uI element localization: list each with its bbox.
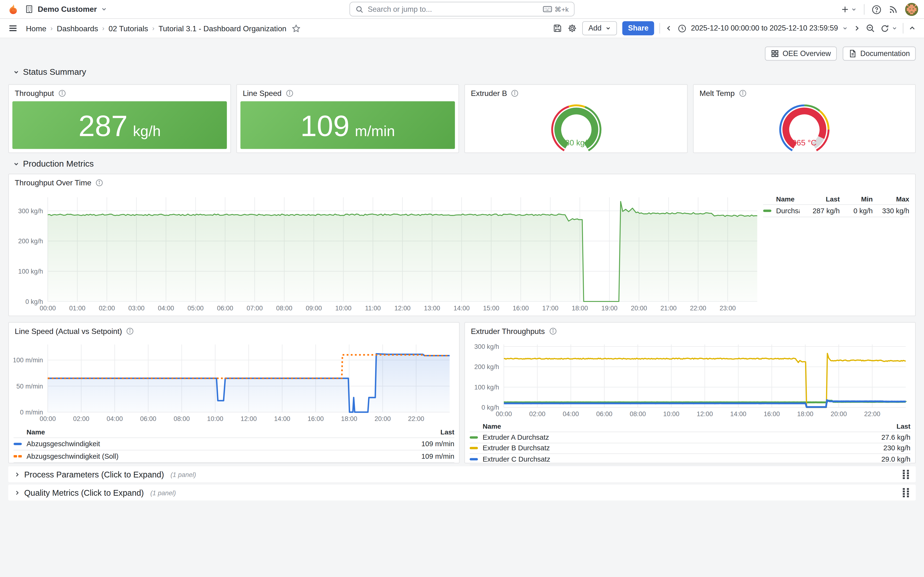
legend-col-last[interactable]: Last [389,429,454,435]
oee-overview-label: OEE Overview [782,50,831,58]
x-axis-label: 10:00 [335,305,351,312]
time-series-plot[interactable]: 00:0001:0002:0003:0004:0005:0006:0007:00… [13,193,763,313]
oee-overview-link[interactable]: OEE Overview [765,47,837,61]
section-status-summary[interactable]: Status Summary [13,67,86,76]
drag-handle-icon[interactable] [902,469,910,479]
legend-col-last[interactable]: Last [800,195,840,202]
search-icon [355,5,363,13]
help-icon[interactable] [872,4,882,15]
legend-value: 29.0 kg/h [846,455,910,463]
time-series-plot[interactable]: 00:0002:0004:0006:0008:0010:0012:0014:00… [13,340,456,424]
panel-extruder-b-gauge: Extruder B 230 kg/h [464,84,688,153]
legend-row: Extruder C Durchsatz29.0 kg/h [470,454,911,465]
info-icon[interactable] [58,89,66,97]
legend-col-name[interactable]: Name [470,422,846,429]
legend-series-name[interactable]: Durchsatz [776,207,800,215]
time-range-picker[interactable]: 2025-12-10 00:00:00 to 2025-12-10 23:59:… [678,24,848,33]
legend-col-max[interactable]: Max [873,195,909,202]
gauge[interactable]: 265 °C [769,103,840,151]
collapse-topbar-icon[interactable] [909,25,916,32]
legend-series-name[interactable]: Extruder B Durchsatz [483,444,550,452]
building-icon [25,5,34,14]
chevron-down-icon [101,6,108,12]
settings-gear-icon[interactable] [568,24,577,33]
add-new-button[interactable] [841,5,857,13]
search-shortcut: ⌘+k [555,5,569,13]
info-icon[interactable] [511,89,519,97]
stat-value: 109 [300,101,349,151]
legend-col-name[interactable]: Name [763,195,800,202]
search-input[interactable]: Search or jump to... ⌘+k [349,2,575,16]
panel-line-speed-chart: Line Speed (Actual vs Setpoint) 00:0002:… [8,322,460,464]
x-axis-label: 18:00 [341,415,357,422]
legend-swatch [763,210,771,212]
legend-series-name[interactable]: Extruder C Durchsatz [483,455,550,463]
chevron-down-icon [13,69,19,75]
news-rss-icon[interactable] [888,5,898,14]
add-label: Add [588,24,601,32]
info-icon[interactable] [549,327,557,335]
chevron-right-icon [14,490,20,495]
stat-value-area[interactable]: 109 m/min [241,101,455,149]
info-icon[interactable] [95,179,103,186]
legend-row: Abzugsgeschwindigkeit (Soll)109 m/min [13,450,454,463]
x-axis-label: 20:00 [830,410,847,417]
y-axis-label: 300 kg/h [474,343,499,350]
gauge[interactable]: 230 kg/h [541,103,611,151]
panel-title: Melt Temp [699,89,735,98]
panel-title: Extruder Throughputs [471,327,545,335]
x-axis-label: 16:00 [512,305,529,312]
share-button[interactable]: Share [622,21,654,35]
user-avatar[interactable] [905,3,918,16]
time-back-icon[interactable] [666,25,672,32]
x-axis-label: 20:00 [631,305,647,312]
panel-melt-temp-gauge: Melt Temp 265 °C [693,84,916,153]
app-grid-icon [771,50,779,58]
info-icon[interactable] [739,89,746,97]
legend-series-name[interactable]: Abzugsgeschwindigkeit (Soll) [26,452,118,460]
info-icon[interactable] [286,89,293,97]
time-series-plot[interactable]: 00:0002:0004:0006:0008:0010:0012:0014:00… [470,340,912,419]
y-axis-label: 50 m/min [16,383,43,390]
x-axis-label: 04:00 [107,415,123,422]
breadcrumb-item[interactable]: 02 Tutorials [108,24,148,33]
breadcrumb-item[interactable]: Home [26,24,47,33]
legend-series-name[interactable]: Abzugsgeschwindigkeit [26,440,100,448]
refresh-icon[interactable] [880,24,898,33]
time-forward-icon[interactable] [853,25,860,32]
legend-swatch [470,436,478,438]
legend-col-min[interactable]: Min [840,195,873,202]
legend-series-name[interactable]: Extruder A Durchsatz [483,433,549,442]
legend-value: 287 kg/h [800,207,840,215]
legend-col-name[interactable]: Name [13,429,389,435]
divider [660,23,660,34]
zoom-out-icon[interactable] [866,24,875,33]
legend-row: Durchsatz287 kg/h0 kg/h330 kg/h [763,205,909,217]
add-panel-button[interactable]: Add [583,21,617,35]
menu-icon[interactable] [8,24,18,33]
grafana-logo-icon[interactable] [7,3,19,15]
breadcrumb-item[interactable]: Dashboards [57,24,98,33]
org-name: Demo Customer [38,5,97,14]
gauge-value: 265 °C [769,138,840,147]
info-icon[interactable] [126,327,134,335]
grafana-dashboard: Demo Customer Search or jump to... ⌘+k [0,0,924,577]
legend-value: 109 m/min [389,452,454,460]
row-process-parameters[interactable]: Process Parameters (Click to Expand) (1 … [8,466,916,482]
breadcrumb-item[interactable]: Tutorial 3.1 - Dashboard Organization [158,24,287,33]
org-switcher[interactable]: Demo Customer [25,5,108,14]
x-axis-label: 21:00 [661,305,677,312]
stat-value-area[interactable]: 287 kg/h [12,101,227,149]
favorite-star-icon[interactable] [292,24,300,33]
x-axis-label: 09:00 [305,305,322,312]
legend-col-last[interactable]: Last [846,422,910,429]
x-axis-label: 17:00 [542,305,558,312]
section-production-metrics[interactable]: Production Metrics [13,159,94,168]
y-axis-label: 0 m/min [20,409,43,416]
x-axis-label: 08:00 [173,415,190,422]
drag-handle-icon[interactable] [902,488,910,498]
row-quality-metrics[interactable]: Quality Metrics (Click to Expand) (1 pan… [8,485,916,501]
documentation-link[interactable]: Documentation [843,47,916,61]
legend-swatch [13,455,22,458]
save-dashboard-icon[interactable] [553,24,562,33]
